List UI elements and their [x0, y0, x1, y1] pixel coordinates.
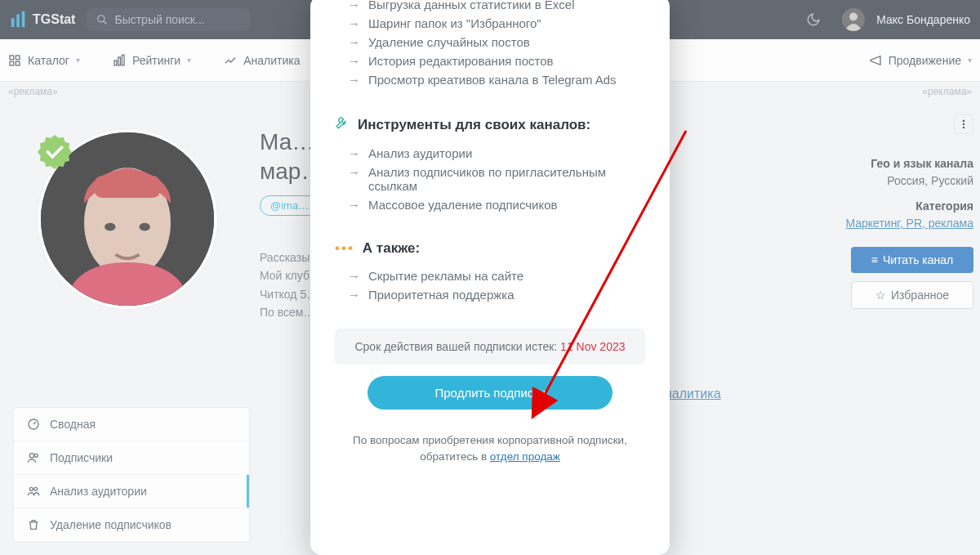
expiry-box: Срок действия вашей подписки истек: 11 N… — [335, 329, 645, 365]
svg-point-18 — [139, 223, 149, 231]
category-link[interactable]: Маркетинг, PR, реклама — [845, 217, 973, 230]
grid-icon — [8, 54, 21, 67]
tools-heading: Инструменты для своих каналов: — [335, 115, 645, 134]
list-item: Анализ аудитории — [348, 144, 645, 163]
logo-icon — [10, 11, 28, 29]
people-icon — [27, 485, 40, 498]
favorite-button[interactable]: ☆Избранное — [851, 281, 973, 309]
tab-summary[interactable]: Сводная — [14, 408, 249, 441]
geo-label: Гео и язык канала — [769, 155, 973, 172]
list-item: Просмотр креативов канала в Telegram Ads — [348, 70, 645, 89]
list-item: Массовое удаление подписчиков — [348, 195, 645, 214]
user-name[interactable]: Макс Бондаренко — [876, 13, 970, 26]
corporate-note: По вопросам приобретения корпоративной п… — [335, 432, 645, 466]
svg-rect-1 — [16, 15, 20, 28]
svg-point-20 — [29, 454, 33, 458]
megaphone-icon — [869, 54, 882, 67]
chevron-down-icon: ▾ — [76, 56, 80, 65]
svg-point-23 — [34, 487, 38, 490]
tab-subscribers[interactable]: Подписчики — [14, 441, 249, 475]
geo-value: Россия, Русский — [769, 172, 973, 190]
read-channel-button[interactable]: ≡Читать канал — [851, 247, 973, 273]
category-label: Категория — [769, 198, 973, 215]
feature-list-tools: Анализ аудитории Анализ подписчиков по п… — [335, 144, 645, 219]
user-avatar[interactable] — [842, 8, 865, 31]
tab-delete-subscribers[interactable]: Удаление подписчиков — [14, 508, 249, 542]
theme-toggle[interactable] — [801, 7, 826, 32]
svg-rect-2 — [22, 11, 25, 27]
search-icon — [96, 14, 108, 25]
svg-point-17 — [105, 223, 115, 231]
svg-point-24 — [963, 120, 964, 122]
chevron-down-icon: ▾ — [968, 56, 972, 65]
svg-rect-0 — [11, 18, 15, 27]
search-placeholder: Быстрый поиск... — [114, 13, 204, 26]
feature-list-top: Выгрузка данных статистики в Excel Шарин… — [335, 0, 645, 94]
svg-rect-13 — [122, 55, 124, 65]
svg-rect-8 — [16, 56, 20, 60]
channel-meta: Гео и язык канала Россия, Русский Катего… — [769, 155, 973, 309]
bars-icon — [113, 54, 126, 67]
chart-icon — [224, 54, 237, 67]
nav-promotion[interactable]: Продвижение▾ — [869, 54, 972, 67]
feature-list-also: Скрытие рекламы на сайте Приоритетная по… — [335, 266, 645, 309]
list-item: Выгрузка данных статистики в Excel — [348, 0, 645, 14]
logo[interactable]: TGStat — [10, 11, 75, 29]
list-item: Анализ подписчиков по пригласительным сс… — [348, 163, 645, 195]
wrench-icon — [335, 115, 350, 134]
svg-rect-11 — [114, 60, 117, 65]
list-item: Удаление случайных постов — [348, 33, 645, 51]
svg-rect-16 — [95, 176, 161, 198]
more-button[interactable] — [954, 114, 973, 134]
svg-point-3 — [98, 16, 105, 22]
svg-rect-9 — [10, 61, 14, 65]
expiry-date: 11 Nov 2023 — [560, 340, 625, 353]
tab-audience-analysis[interactable]: Анализ аудитории — [14, 475, 249, 508]
channel-side-nav: Сводная Подписчики Анализ аудитории Удал… — [13, 407, 250, 543]
moon-icon — [806, 12, 821, 27]
subscription-modal: Выгрузка данных статистики в Excel Шарин… — [310, 0, 670, 555]
ads-tag-right: «реклама» — [922, 86, 972, 97]
list-item: Шаринг папок из "Избранного" — [348, 14, 645, 33]
svg-rect-7 — [10, 56, 14, 60]
verified-badge-icon — [36, 133, 74, 171]
logo-text: TGStat — [33, 12, 75, 27]
nav-analytics[interactable]: Аналитика — [224, 54, 300, 67]
svg-rect-12 — [118, 57, 121, 65]
svg-rect-10 — [16, 61, 20, 65]
list-item: История редактирования постов — [348, 51, 645, 70]
trash-icon — [27, 518, 40, 531]
dots-icon: ••• — [335, 240, 354, 257]
svg-point-22 — [29, 487, 33, 490]
gauge-icon — [27, 418, 40, 431]
ads-tag-left: «реклама» — [8, 86, 58, 97]
svg-point-21 — [34, 454, 38, 457]
svg-point-26 — [963, 127, 964, 128]
search-input[interactable]: Быстрый поиск... — [87, 8, 250, 31]
list-item: Скрытие рекламы на сайте — [348, 266, 645, 285]
sales-dept-link[interactable]: отдел продаж — [490, 450, 560, 463]
renew-subscription-button[interactable]: Продлить подписку — [368, 376, 612, 410]
chevron-down-icon: ▾ — [187, 56, 191, 65]
list-item: Приоритетная поддержка — [348, 285, 645, 304]
dots-vertical-icon — [958, 119, 969, 130]
svg-point-25 — [963, 123, 964, 125]
channel-avatar-wrap — [38, 129, 217, 309]
users-icon — [27, 451, 40, 464]
svg-point-6 — [849, 13, 858, 21]
svg-line-4 — [104, 21, 107, 25]
also-heading: ••• А также: — [335, 240, 645, 257]
nav-catalog[interactable]: Каталог▾ — [8, 54, 80, 67]
nav-ratings[interactable]: Рейтинги▾ — [113, 54, 191, 67]
